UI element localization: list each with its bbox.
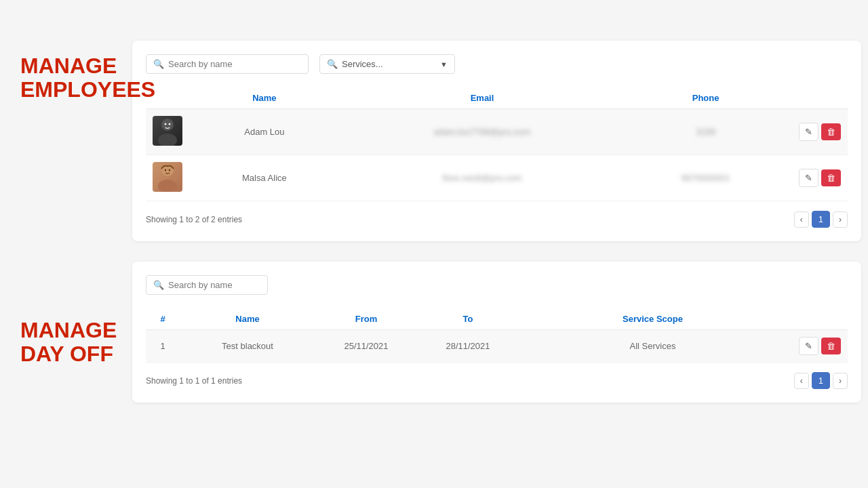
chevron-down-icon: ▼ (440, 60, 448, 68)
svg-point-5 (158, 180, 177, 192)
phone-col-header: Phone (625, 87, 787, 109)
actions-col-header (787, 87, 848, 109)
employee-name: Adam Lou (189, 109, 340, 155)
manage-employees-label: Manage Employees (20, 54, 155, 102)
employees-card: 🔍 🔍 Services... ▼ Name Email Phone (132, 41, 861, 241)
delete-button[interactable]: 🗑 (821, 169, 841, 186)
avatar (153, 116, 182, 146)
dayoff-scope: All Services (519, 330, 787, 363)
employees-next-button[interactable]: › (833, 211, 848, 228)
dayoff-name: Test blackout (180, 330, 315, 363)
employees-showing-text: Showing 1 to 2 of 2 entries (146, 215, 242, 224)
actions-cell: ✎🗑 (787, 155, 848, 201)
employee-phone: 3199 (625, 109, 787, 155)
employees-pagination-row: Showing 1 to 2 of 2 entries ‹ 1 › (146, 211, 848, 228)
employees-toolbar: 🔍 🔍 Services... ▼ (146, 54, 848, 74)
actions-cell: ✎🗑 (787, 109, 848, 155)
employee-email: adam.lou7788@pro.com (340, 109, 625, 155)
employees-table: Name Email Phone Adam Louadam.lou7788@pr… (146, 87, 848, 201)
avatar-cell (146, 109, 189, 155)
dayoff-showing-text: Showing 1 to 1 of 1 entries (146, 376, 242, 386)
dayoff-next-button[interactable]: › (833, 373, 848, 389)
edit-button[interactable]: ✎ (799, 123, 818, 141)
dayoff-card: 🔍 # Name From To Service Scope 1Test bla… (132, 262, 861, 403)
dayoff-name-col-header: Name (180, 308, 315, 330)
dayoff-prev-button[interactable]: ‹ (794, 373, 809, 389)
dayoff-pagination: ‹ 1 › (794, 372, 848, 389)
svg-point-3 (169, 123, 171, 125)
dayoff-num: 1 (146, 330, 180, 363)
services-dropdown-label: Services... (342, 59, 436, 69)
avatar-cell (146, 155, 189, 201)
dayoff-delete-button[interactable]: 🗑 (821, 338, 841, 354)
svg-point-1 (158, 134, 177, 146)
table-row: 1Test blackout25/11/202128/11/2021All Se… (146, 330, 848, 363)
edit-button[interactable]: ✎ (799, 169, 818, 187)
employee-email: flore.nes8@pro.com (340, 155, 625, 201)
svg-point-7 (169, 169, 170, 171)
dayoff-search-box[interactable]: 🔍 (146, 275, 268, 295)
from-col-header: From (315, 308, 417, 330)
dayoff-search-input[interactable] (168, 280, 260, 290)
employee-name: Malsa Alice (189, 155, 340, 201)
services-dropdown[interactable]: 🔍 Services... ▼ (319, 54, 455, 74)
employees-prev-button[interactable]: ‹ (794, 211, 809, 228)
dayoff-table: # Name From To Service Scope 1Test black… (146, 308, 848, 363)
dayoff-to: 28/11/2021 (417, 330, 519, 363)
employee-phone: 9870000001 (625, 155, 787, 201)
table-row: Adam Louadam.lou7788@pro.com3199✎🗑 (146, 109, 848, 155)
services-search-icon: 🔍 (327, 59, 338, 69)
employees-pagination: ‹ 1 › (794, 211, 848, 228)
dayoff-pagination-row: Showing 1 to 1 of 1 entries ‹ 1 › (146, 372, 848, 389)
dayoff-page-1-button[interactable]: 1 (812, 372, 830, 389)
dayoff-actions-col-header (787, 308, 848, 330)
delete-button[interactable]: 🗑 (821, 123, 841, 140)
search-icon: 🔍 (153, 280, 164, 290)
employees-search-box[interactable]: 🔍 (146, 54, 309, 74)
manage-dayoff-label: Manage Day Off (20, 319, 117, 366)
dayoff-actions-cell: ✎🗑 (787, 330, 848, 363)
svg-point-0 (161, 119, 174, 131)
employees-search-input[interactable] (168, 59, 301, 69)
dayoff-edit-button[interactable]: ✎ (799, 337, 818, 355)
employees-page-1-button[interactable]: 1 (812, 211, 830, 228)
email-col-header: Email (340, 87, 625, 109)
name-col-header: Name (189, 87, 340, 109)
num-col-header: # (146, 308, 180, 330)
svg-point-2 (165, 123, 167, 125)
dayoff-toolbar: 🔍 (146, 275, 848, 295)
scope-col-header: Service Scope (519, 308, 787, 330)
svg-point-6 (165, 169, 166, 171)
avatar (153, 162, 182, 192)
table-row: Malsa Aliceflore.nes8@pro.com9870000001✎… (146, 155, 848, 201)
to-col-header: To (417, 308, 519, 330)
dayoff-from: 25/11/2021 (315, 330, 417, 363)
